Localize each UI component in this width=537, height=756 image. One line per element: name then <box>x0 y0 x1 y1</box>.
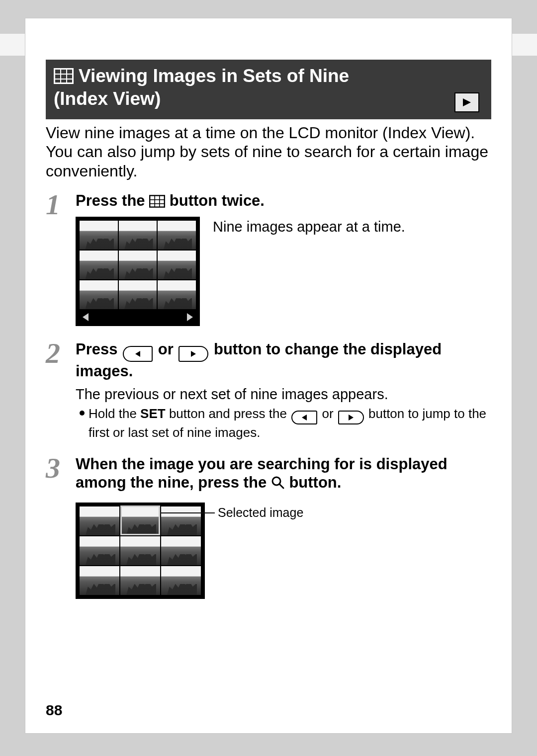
thumb-cell <box>80 536 119 565</box>
step-1-note: Nine images appear at a time. <box>213 217 405 236</box>
step-2-heading-a: Press <box>76 340 122 358</box>
thumb-cell <box>158 280 196 309</box>
svg-rect-16 <box>155 200 159 203</box>
thumb-cell <box>80 251 118 279</box>
lcd-thumbnail-preview-1 <box>76 217 200 326</box>
thumb-cell <box>120 536 160 565</box>
step-2-bullet-or: or <box>322 406 337 421</box>
svg-rect-5 <box>61 75 66 79</box>
step-2-number: 2 <box>46 340 76 365</box>
svg-rect-6 <box>67 75 72 79</box>
step-1-heading: Press the <box>76 191 491 210</box>
thumb-cell <box>119 251 157 279</box>
index-grid-icon <box>149 195 165 208</box>
thumb-cell <box>161 566 201 595</box>
lcd-thumbnail-preview-2 <box>76 503 205 599</box>
thumb-cell <box>119 221 157 250</box>
svg-rect-8 <box>61 80 66 83</box>
page-number: 88 <box>46 702 62 719</box>
svg-rect-4 <box>55 75 60 79</box>
svg-rect-18 <box>151 204 155 207</box>
svg-rect-15 <box>151 200 155 203</box>
thumb-cell <box>80 221 118 250</box>
nav-left-button-icon <box>123 346 153 362</box>
step-2-heading: Press or button to change the displayed … <box>76 340 491 380</box>
step-1: 1 Press the <box>46 191 491 326</box>
svg-rect-3 <box>67 70 72 74</box>
manual-page: Viewing Images in Sets of Nine (Index Vi… <box>25 18 512 734</box>
step-3-heading-b: button. <box>289 474 341 491</box>
magnify-icon <box>271 476 285 490</box>
banner-title-line1: Viewing Images in Sets of Nine <box>79 65 349 87</box>
nav-right-button-icon <box>338 411 364 424</box>
step-1-number: 1 <box>46 191 76 216</box>
svg-rect-12 <box>151 196 155 199</box>
thumb-cell <box>158 251 196 279</box>
svg-rect-14 <box>160 196 164 199</box>
step-2-bullet-a: Hold the <box>89 406 140 421</box>
step-2-heading-or: or <box>158 340 178 358</box>
page-left-icon <box>83 313 89 321</box>
index-grid-icon <box>54 68 74 84</box>
thumb-cell <box>120 506 160 535</box>
step-2-bullet: Hold the SET button and press the or but… <box>80 406 491 441</box>
step-1-heading-a: Press the <box>76 192 149 209</box>
callout-leader <box>160 512 215 513</box>
svg-marker-10 <box>463 98 471 106</box>
nav-left-button-icon <box>291 411 317 424</box>
svg-rect-19 <box>155 204 159 207</box>
svg-rect-9 <box>67 80 72 83</box>
section-banner: Viewing Images in Sets of Nine (Index Vi… <box>46 60 491 119</box>
thumb-cell <box>80 506 119 535</box>
step-1-heading-b: button twice. <box>170 192 265 209</box>
svg-rect-17 <box>160 200 164 203</box>
thumb-cell <box>161 536 201 565</box>
bullet-dot-icon <box>80 411 85 416</box>
thumb-cell <box>80 566 119 595</box>
intro-paragraph: View nine images at a time on the LCD mo… <box>46 123 491 180</box>
selected-image-callout: Selected image <box>218 505 303 520</box>
thumb-cell <box>120 566 160 595</box>
svg-rect-2 <box>61 70 66 74</box>
step-3-heading: When the image you are searching for is … <box>76 455 491 492</box>
banner-title-line2: (Index View) <box>54 87 481 110</box>
svg-rect-7 <box>55 80 60 83</box>
step-3-number: 3 <box>46 455 76 480</box>
thumb-cell <box>80 280 118 309</box>
step-3: 3 When the image you are searching for i… <box>46 455 491 599</box>
step-2: 2 Press or button to change the displaye… <box>46 340 491 440</box>
step-2-bullet-b: button and press the <box>169 406 290 421</box>
set-button-label: SET <box>140 406 166 421</box>
thumb-cell <box>161 506 201 535</box>
step-2-paragraph: The previous or next set of nine images … <box>76 386 491 403</box>
thumb-cell <box>119 280 157 309</box>
svg-rect-20 <box>160 204 164 207</box>
svg-rect-13 <box>155 196 159 199</box>
nav-right-button-icon <box>179 346 208 362</box>
playback-mode-icon <box>454 92 479 112</box>
thumb-cell <box>158 221 196 250</box>
step-3-heading-a: When the image you are searching for is … <box>76 455 448 491</box>
content-area: View nine images at a time on the LCD mo… <box>46 123 491 689</box>
svg-line-22 <box>279 484 283 488</box>
svg-rect-1 <box>55 70 60 74</box>
page-right-icon <box>187 313 193 321</box>
